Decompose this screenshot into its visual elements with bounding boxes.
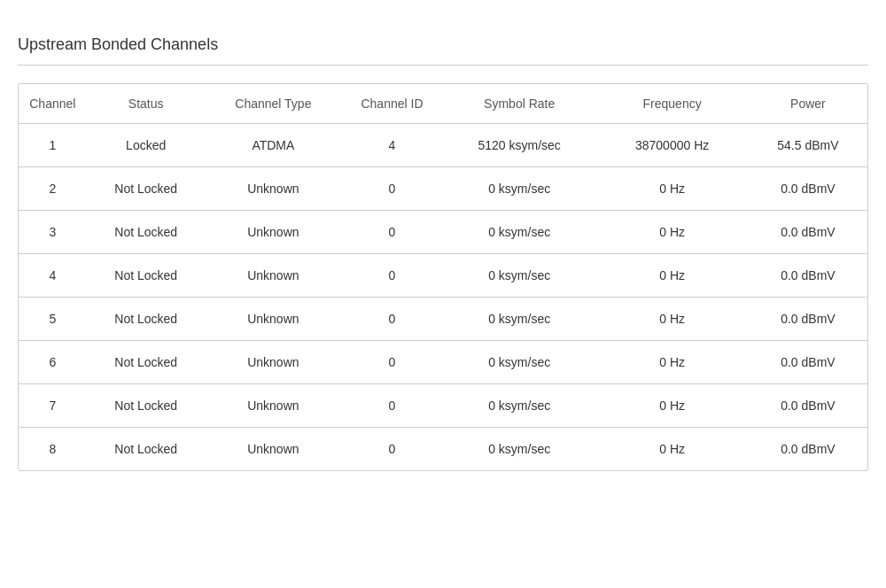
cell-status: Locked <box>87 124 206 167</box>
cell-channel-type: Unknown <box>206 428 341 471</box>
table-row: 4Not LockedUnknown00 ksym/sec0 Hz0.0 dBm… <box>19 254 867 298</box>
cell-power: 0.0 dBmV <box>749 298 867 341</box>
cell-status: Not Locked <box>87 254 206 298</box>
header-power: Power <box>749 84 867 124</box>
cell-status: Not Locked <box>87 211 206 254</box>
cell-channel-id: 0 <box>341 428 443 471</box>
cell-symbol-rate: 0 ksym/sec <box>443 341 595 384</box>
table-row: 6Not LockedUnknown00 ksym/sec0 Hz0.0 dBm… <box>19 341 867 384</box>
cell-channel-type: Unknown <box>206 167 341 211</box>
cell-channel: 1 <box>19 124 87 167</box>
table-row: 7Not LockedUnknown00 ksym/sec0 Hz0.0 dBm… <box>19 384 867 428</box>
cell-symbol-rate: 0 ksym/sec <box>443 384 595 428</box>
cell-symbol-rate: 0 ksym/sec <box>443 254 595 298</box>
cell-power: 0.0 dBmV <box>749 167 867 211</box>
upstream-channels-table: Channel Status Channel Type Channel ID S… <box>19 84 867 470</box>
table-header-row: Channel Status Channel Type Channel ID S… <box>19 84 867 124</box>
cell-power: 0.0 dBmV <box>749 254 867 298</box>
cell-channel-type: Unknown <box>206 384 341 428</box>
cell-symbol-rate: 0 ksym/sec <box>443 167 595 211</box>
cell-channel-id: 0 <box>341 384 443 428</box>
cell-power: 0.0 dBmV <box>749 384 867 428</box>
cell-channel-type: Unknown <box>206 211 341 254</box>
header-channel-id: Channel ID <box>341 84 443 124</box>
cell-power: 54.5 dBmV <box>749 124 867 167</box>
table-row: 3Not LockedUnknown00 ksym/sec0 Hz0.0 dBm… <box>19 211 867 254</box>
cell-channel-type: Unknown <box>206 254 341 298</box>
cell-channel: 5 <box>19 298 87 341</box>
table-row: 8Not LockedUnknown00 ksym/sec0 Hz0.0 dBm… <box>19 428 867 471</box>
cell-frequency: 0 Hz <box>595 298 748 341</box>
cell-frequency: 0 Hz <box>595 384 748 428</box>
cell-channel-id: 0 <box>341 298 443 341</box>
cell-channel: 2 <box>19 167 87 211</box>
cell-channel: 7 <box>19 384 87 428</box>
cell-power: 0.0 dBmV <box>749 428 867 471</box>
header-channel: Channel <box>19 84 87 124</box>
cell-frequency: 0 Hz <box>595 167 748 211</box>
cell-symbol-rate: 0 ksym/sec <box>443 211 595 254</box>
cell-status: Not Locked <box>87 167 206 211</box>
table-row: 1LockedATDMA45120 ksym/sec38700000 Hz54.… <box>19 124 867 167</box>
cell-channel: 6 <box>19 341 87 384</box>
cell-frequency: 0 Hz <box>595 254 748 298</box>
cell-status: Not Locked <box>87 341 206 384</box>
cell-symbol-rate: 5120 ksym/sec <box>443 124 595 167</box>
cell-channel-id: 0 <box>341 211 443 254</box>
table-body: 1LockedATDMA45120 ksym/sec38700000 Hz54.… <box>19 124 867 471</box>
cell-status: Not Locked <box>87 428 206 471</box>
section-title: Upstream Bonded Channels <box>18 35 868 54</box>
cell-channel: 8 <box>19 428 87 471</box>
cell-channel-type: ATDMA <box>206 124 341 167</box>
cell-frequency: 0 Hz <box>595 428 748 471</box>
header-channel-type: Channel Type <box>206 84 341 124</box>
header-symbol-rate: Symbol Rate <box>443 84 595 124</box>
upstream-channels-table-wrapper: Channel Status Channel Type Channel ID S… <box>18 83 868 471</box>
cell-frequency: 0 Hz <box>595 341 748 384</box>
cell-symbol-rate: 0 ksym/sec <box>443 428 595 471</box>
cell-channel: 4 <box>19 254 87 298</box>
cell-status: Not Locked <box>87 298 206 341</box>
cell-channel-type: Unknown <box>206 298 341 341</box>
cell-power: 0.0 dBmV <box>749 211 867 254</box>
table-row: 5Not LockedUnknown00 ksym/sec0 Hz0.0 dBm… <box>19 298 867 341</box>
cell-channel-id: 0 <box>341 167 443 211</box>
section-divider <box>18 65 868 66</box>
header-frequency: Frequency <box>595 84 748 124</box>
cell-channel-id: 0 <box>341 341 443 384</box>
cell-symbol-rate: 0 ksym/sec <box>443 298 595 341</box>
cell-channel-id: 0 <box>341 254 443 298</box>
cell-frequency: 38700000 Hz <box>595 124 748 167</box>
cell-frequency: 0 Hz <box>595 211 748 254</box>
page-container: Upstream Bonded Channels Channel Status … <box>18 18 868 489</box>
cell-channel-id: 4 <box>341 124 443 167</box>
header-status: Status <box>87 84 206 124</box>
cell-status: Not Locked <box>87 384 206 428</box>
cell-channel: 3 <box>19 211 87 254</box>
cell-power: 0.0 dBmV <box>749 341 867 384</box>
table-row: 2Not LockedUnknown00 ksym/sec0 Hz0.0 dBm… <box>19 167 867 211</box>
cell-channel-type: Unknown <box>206 341 341 384</box>
